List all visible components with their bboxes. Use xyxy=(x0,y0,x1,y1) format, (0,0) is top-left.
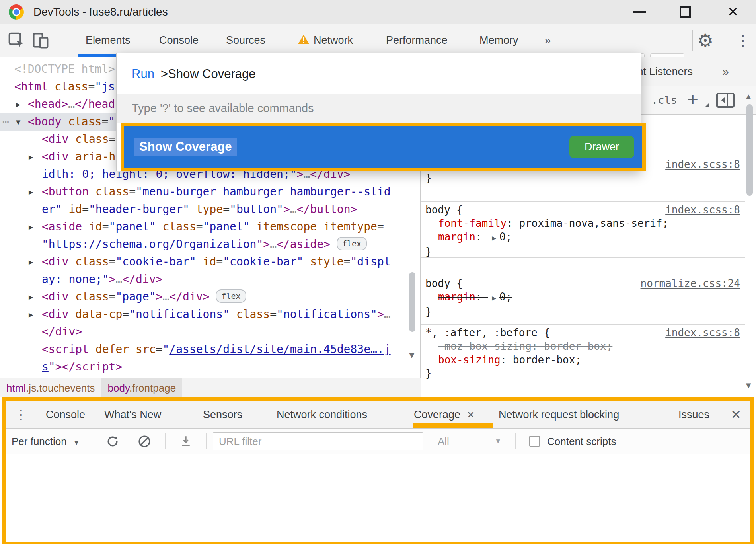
breadcrumb: html.js.toucheventsbody.frontpage xyxy=(0,378,421,397)
dom-code-segment: > xyxy=(156,290,163,303)
drawer-tab-console[interactable]: Console xyxy=(46,401,85,429)
rule-divider xyxy=(421,324,745,325)
tab-elements[interactable]: Elements xyxy=(86,24,131,57)
stylesheet-link[interactable]: index.scss:8 xyxy=(665,203,740,216)
dom-code-segment: itemscope xyxy=(257,220,317,233)
type-filter-dropdown[interactable]: All▼ xyxy=(438,429,501,454)
more-tabs-icon[interactable]: » xyxy=(544,24,551,57)
toggle-class-button[interactable]: .cls xyxy=(651,86,677,115)
css-declaration[interactable]: box-sizing: border-box; xyxy=(425,353,740,367)
expand-arrow-icon[interactable]: ▶ xyxy=(29,183,33,201)
dom-code-segment xyxy=(68,290,75,303)
dom-tree-row[interactable]: ▶<div data-cp="notifications" class="not… xyxy=(0,306,420,323)
maximize-button[interactable] xyxy=(676,0,694,24)
dom-code-segment: <div xyxy=(42,290,68,303)
toolbar-divider xyxy=(165,433,166,449)
clear-coverage-icon[interactable] xyxy=(137,434,152,448)
command-input-row[interactable]: Run>Show Coverage xyxy=(117,53,641,94)
settings-gear-icon[interactable]: ⚙ xyxy=(697,24,713,57)
dom-tree-row[interactable]: ▶<div class="cookie-bar" id="cookie-bar"… xyxy=(0,253,420,271)
expand-value-icon[interactable]: ▶ xyxy=(488,294,499,302)
window-close-button[interactable]: ✕ xyxy=(724,0,742,24)
scroll-down-icon[interactable]: ▼ xyxy=(407,350,416,361)
drawer-tab-network-request-blocking[interactable]: Network request blocking xyxy=(499,401,619,429)
tab-performance[interactable]: Performance xyxy=(386,24,448,57)
css-declaration[interactable]: font-family: proxima-nova,sans-serif; xyxy=(425,216,740,230)
dom-tree-row[interactable]: </div> xyxy=(0,323,420,341)
dom-tree-row[interactable]: "https://schema.org/Organization">…</asi… xyxy=(0,236,420,253)
dom-code-segment xyxy=(61,115,68,128)
dom-tree-row[interactable]: ▶<div class="page">…</div>flex xyxy=(0,288,420,306)
expand-arrow-icon[interactable]: ▶ xyxy=(29,306,33,323)
tab-memory[interactable]: Memory xyxy=(479,24,518,57)
drawer-close-button[interactable]: ✕ xyxy=(731,401,741,429)
dom-code-segment: class xyxy=(162,220,196,233)
dom-tree-row[interactable]: ▶<button class="menu-burger hamburger ha… xyxy=(0,183,420,201)
expand-arrow-icon[interactable]: ▶ xyxy=(29,253,33,271)
drawer-tab-what-s-new[interactable]: What's New xyxy=(104,401,161,429)
expand-value-icon[interactable]: ▶ xyxy=(488,234,499,242)
coverage-tab-close-icon[interactable]: ✕ xyxy=(467,410,475,420)
stylesheet-link[interactable]: index.scss:8 xyxy=(665,326,740,339)
dom-code-segment: s xyxy=(42,360,49,373)
breadcrumb-item-body[interactable]: body.frontpage xyxy=(101,378,183,398)
tab-sources[interactable]: Sources xyxy=(226,24,265,57)
tab-network[interactable]: Network xyxy=(298,24,353,57)
drawer-tab-issues[interactable]: Issues xyxy=(678,401,709,429)
collapse-arrow-icon[interactable]: ▼ xyxy=(16,113,20,131)
device-toolbar-icon[interactable] xyxy=(32,32,49,49)
dom-code-segment: "cookie-bar" xyxy=(223,255,303,268)
dom-tree-row[interactable]: ▶<aside id="panel" class="panel" itemsco… xyxy=(0,218,420,236)
command-result-show-coverage[interactable]: Show Coverage Drawer xyxy=(124,126,642,168)
dom-code-segment: <script xyxy=(42,343,89,356)
dom-code-segment: <aside xyxy=(42,220,82,233)
flex-badge[interactable]: flex xyxy=(216,289,246,303)
breadcrumb-item-html[interactable]: html.js.touchevents xyxy=(6,378,101,398)
dom-code-segment: <div xyxy=(42,308,68,321)
css-declaration[interactable]: margin: ▶0; xyxy=(425,230,740,245)
styles-scrollbar-thumb[interactable] xyxy=(746,104,753,196)
more-sidebar-tabs-icon[interactable]: » xyxy=(722,57,729,86)
expand-arrow-icon[interactable]: ▶ xyxy=(29,218,33,236)
dom-scrollbar-thumb[interactable] xyxy=(409,272,415,332)
titlebar: DevTools - fuse8.ru/articles ✕ xyxy=(0,0,756,24)
command-hint-text: Type '?' to see available commands xyxy=(117,94,641,123)
css-declaration[interactable]: margin: ▶0; xyxy=(425,290,740,305)
rule-divider xyxy=(421,257,745,258)
new-style-rule-button[interactable]: + xyxy=(687,86,698,113)
url-filter-input[interactable] xyxy=(213,432,423,450)
per-function-dropdown[interactable]: Per function▼ xyxy=(12,429,80,456)
drawer-tab-network-conditions[interactable]: Network conditions xyxy=(277,401,367,429)
main-menu-kebab-icon[interactable]: ⋮ xyxy=(735,24,750,57)
toolbar-divider xyxy=(692,30,693,51)
dom-tree-row[interactable]: s"></script> xyxy=(0,358,420,376)
sidebar-toggle-icon[interactable] xyxy=(716,92,735,108)
dom-tree-row[interactable]: ay: none;">…</div> xyxy=(0,271,420,288)
flex-badge[interactable]: flex xyxy=(337,237,367,250)
drawer-menu-kebab-icon[interactable]: ⋮ xyxy=(15,401,27,429)
dom-code-segment: = xyxy=(109,255,116,268)
chevron-down-icon: ▼ xyxy=(73,439,80,447)
expand-arrow-icon[interactable]: ▶ xyxy=(29,148,33,166)
reload-coverage-icon[interactable] xyxy=(105,434,120,448)
drawer-tab-sensors[interactable]: Sensors xyxy=(203,401,242,429)
expand-arrow-icon[interactable]: ▶ xyxy=(29,288,33,306)
content-scripts-checkbox[interactable] xyxy=(529,436,540,447)
scroll-up-icon[interactable]: ▲ xyxy=(744,92,753,102)
tab-console[interactable]: Console xyxy=(159,24,199,57)
node-options-dots-icon[interactable]: ⋯ xyxy=(2,113,10,131)
dom-tree-row[interactable]: er" id="header-burger" type="button">…</… xyxy=(0,201,420,218)
rule-closing-brace: } xyxy=(425,367,740,380)
dom-code-segment: er" xyxy=(42,203,62,216)
css-declaration[interactable]: -moz-box-sizing: border-box; xyxy=(425,339,740,353)
inspect-element-icon[interactable] xyxy=(8,32,25,49)
minimize-button[interactable] xyxy=(631,0,649,24)
stylesheet-link[interactable]: normalize.css:24 xyxy=(641,277,740,290)
export-download-icon[interactable] xyxy=(179,434,193,448)
stylesheet-link[interactable]: index.scss:8 xyxy=(665,158,740,171)
dom-tree-row[interactable]: <script defer src="/assets/dist/site/mai… xyxy=(0,341,420,358)
scroll-down-icon[interactable]: ▼ xyxy=(744,380,753,391)
dom-code-segment: " xyxy=(162,343,169,356)
dom-code-segment xyxy=(189,203,196,216)
expand-arrow-icon[interactable]: ▶ xyxy=(16,96,20,113)
